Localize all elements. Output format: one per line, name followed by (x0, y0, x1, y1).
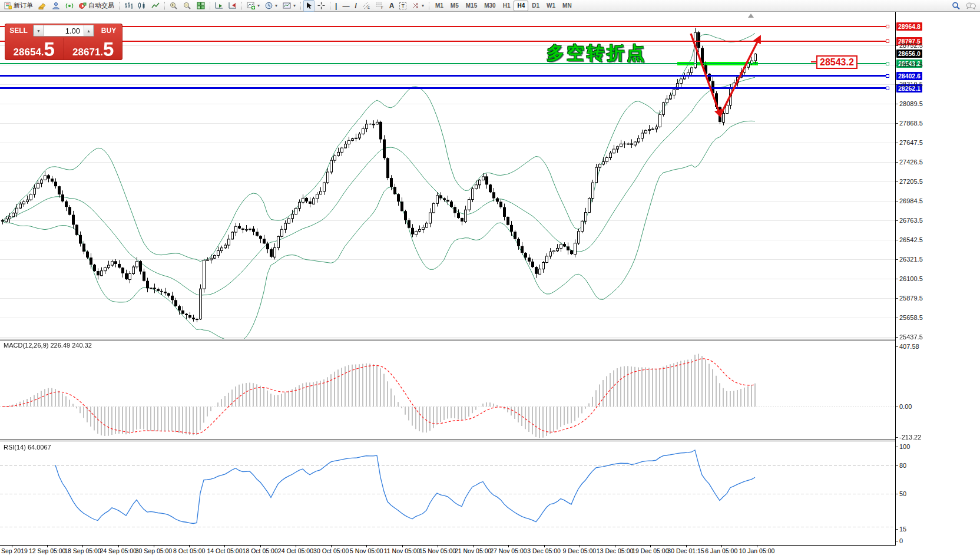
level-handle[interactable] (886, 62, 889, 65)
line-chart-button[interactable] (149, 0, 162, 12)
macd-tick-label: 407.58 (899, 343, 919, 350)
timeframe-button-h4[interactable]: H4 (514, 1, 528, 11)
time-axis-label: 11 Nov 05:00 (384, 547, 421, 554)
level-handle[interactable] (886, 39, 889, 43)
price-tick-mark (896, 201, 898, 201)
level-line[interactable] (0, 87, 888, 89)
auto-scroll-button[interactable] (213, 0, 226, 12)
timeframe-button-m5[interactable]: M5 (447, 1, 462, 11)
main-toolbar: 新订单 自动交易 ▾ ▾ (0, 0, 980, 12)
tile-windows-button[interactable] (194, 0, 207, 12)
volume-down-button[interactable]: ▼ (34, 25, 44, 36)
macd-panel-separator (0, 339, 895, 341)
rsi-tick-mark (896, 529, 898, 530)
styles-button[interactable] (36, 0, 49, 12)
timeframe-button-d1[interactable]: D1 (528, 1, 543, 11)
time-axis-label: 18 Sep 05:00 (64, 547, 101, 554)
level-handle[interactable] (886, 74, 889, 78)
vline-tool-button[interactable]: | (333, 0, 339, 12)
trendline-icon: / (355, 2, 356, 10)
timeframe-button-m30[interactable]: M30 (481, 1, 499, 11)
trendline-tool-button[interactable]: / (352, 0, 359, 12)
new-order-icon (4, 2, 12, 9)
rsi-tick-mark (896, 465, 898, 466)
level-handle[interactable] (886, 87, 889, 90)
profile-icon (52, 2, 60, 9)
price-tick-mark (896, 181, 898, 182)
arrows-tool-button[interactable]: ▾ (409, 0, 426, 12)
price-tick-label: 28310.5 (899, 81, 923, 88)
timeframe-button-w1[interactable]: W1 (543, 1, 559, 11)
bars-chart-button[interactable] (122, 0, 135, 12)
timeframe-button-m15[interactable]: M15 (462, 1, 481, 11)
level-line[interactable] (0, 75, 888, 77)
toolbar-separator (300, 2, 301, 10)
sell-price[interactable]: 28654 . 5 (5, 38, 64, 60)
rsi-tick-label: 80 (899, 462, 906, 469)
price-tick-label: 27647.5 (899, 139, 923, 146)
timeframe-button-h1[interactable]: H1 (499, 1, 514, 11)
timeframe-button-mn[interactable]: MN (559, 1, 575, 11)
cursor-tool-button[interactable] (303, 0, 314, 12)
level-line[interactable] (0, 63, 888, 64)
level-line[interactable] (0, 41, 888, 42)
volume-up-button[interactable]: ▲ (84, 25, 94, 36)
time-axis-label: 24 Sep 05:00 (100, 547, 136, 554)
templates-button[interactable]: ▾ (280, 0, 298, 12)
signal-button[interactable] (63, 0, 76, 12)
new-order-button[interactable]: 新订单 (2, 0, 35, 12)
line-chart-icon (151, 2, 160, 9)
candlestick-chart-icon (138, 2, 146, 9)
periods-button[interactable]: ▾ (263, 0, 280, 12)
buy-button[interactable]: BUY (95, 24, 122, 38)
toolbar-separator (119, 2, 120, 10)
toolbar-separator (164, 2, 165, 10)
timeframe-button-m1[interactable]: M1 (432, 1, 447, 11)
chart-shift-button[interactable] (226, 0, 239, 12)
auto-trading-icon (79, 2, 87, 9)
zoom-out-icon (183, 2, 191, 9)
volume-input[interactable]: 1.00 (44, 25, 84, 36)
channel-tool-button[interactable]: E (360, 0, 373, 12)
price-tick-mark (896, 318, 898, 318)
sell-button[interactable]: SELL (5, 24, 32, 38)
rsi-tick-mark (896, 494, 898, 494)
price-tag[interactable]: 28543.2 (816, 55, 858, 69)
clock-icon (265, 2, 273, 9)
toolbar-separator (241, 2, 242, 10)
crosshair-tool-button[interactable] (315, 0, 327, 12)
time-axis-label: 12 Sep 05:00 (29, 547, 65, 554)
zoom-in-button[interactable] (167, 0, 180, 12)
auto-trading-button[interactable]: 自动交易 (77, 0, 117, 12)
profile-button[interactable] (49, 0, 62, 12)
indicators-caret-icon: ▾ (257, 3, 260, 8)
price-tick-label: 27868.5 (899, 120, 923, 127)
macd-tick-mark (896, 346, 898, 347)
time-axis-label: 13 Dec 05:00 (597, 547, 633, 554)
chart-shift-marker[interactable] (748, 14, 754, 18)
time-axis-label: 14 Oct 05:00 (207, 547, 242, 554)
chat-button[interactable] (964, 0, 978, 12)
rsi-tick-label: 100 (899, 443, 910, 450)
candlestick-chart-button[interactable] (135, 0, 148, 12)
price-chart-canvas[interactable] (0, 12, 895, 545)
hline-icon: — (342, 2, 349, 10)
timeframe-group: M1M5M15M30H1H4D1W1MN (432, 1, 575, 11)
price-tick-mark (896, 298, 898, 299)
time-axis-label: 15 Nov 05:00 (419, 547, 456, 554)
time-axis-line (0, 545, 896, 546)
buy-price[interactable]: 28671 . 5 (64, 38, 123, 60)
hline-tool-button[interactable]: — (340, 0, 352, 12)
price-tick-mark (896, 143, 898, 143)
price-tick-label: 28089.5 (899, 100, 923, 107)
price-tick-label: 27426.5 (899, 158, 923, 166)
time-axis-label: 30 Sep 05:00 (135, 547, 172, 554)
level-handle[interactable] (886, 25, 889, 28)
level-line[interactable] (0, 26, 888, 27)
text-tool-button[interactable]: A (387, 0, 397, 12)
search-button[interactable] (949, 0, 963, 12)
fibonacci-tool-button[interactable]: F (373, 0, 386, 12)
indicators-button[interactable]: ▾ (244, 0, 262, 12)
label-tool-button[interactable]: T (397, 0, 409, 12)
zoom-out-button[interactable] (181, 0, 194, 12)
